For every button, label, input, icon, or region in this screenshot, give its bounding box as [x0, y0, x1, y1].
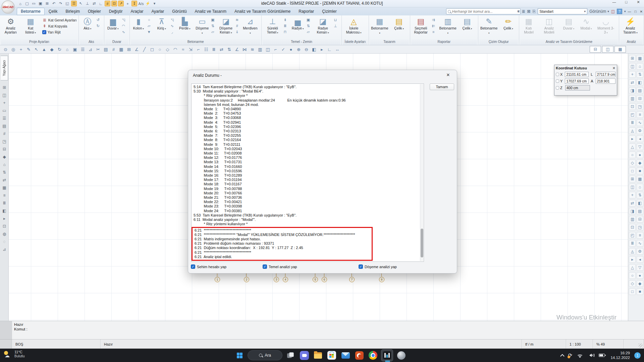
tool-icon[interactable]: ▤	[637, 87, 643, 94]
ribbon-button[interactable]: ▮ Kolon	[131, 16, 146, 38]
ribbon-small-button[interactable]: #	[234, 23, 240, 29]
tool-icon[interactable]: ■	[637, 168, 643, 174]
ribbon-small-button[interactable]: ▱	[146, 23, 152, 29]
list-icon[interactable]: ☰	[1, 115, 8, 121]
minus-icon[interactable]: ⊖	[303, 46, 310, 53]
rotate-icon[interactable]: ↻	[56, 46, 63, 53]
node-move-icon[interactable]: ▲	[41, 46, 48, 53]
tool-icon[interactable]: ⇅	[637, 192, 643, 198]
a-value-field[interactable]: 218.901	[596, 78, 615, 84]
tool-icon[interactable]: Ⅲ	[629, 240, 636, 247]
menu-tab[interactable]: Raporlar	[294, 8, 318, 15]
hatch-icon[interactable]: #	[110, 46, 117, 53]
pan-icon[interactable]: +	[17, 46, 24, 53]
menu-tab[interactable]: Çizimler	[318, 8, 340, 15]
tool-icon[interactable]: +	[629, 192, 636, 198]
close-icon[interactable]: ✕	[445, 72, 451, 77]
ribbon-button[interactable]: ▥ Betonarme	[438, 16, 458, 38]
tool-icon[interactable]: ◳	[637, 103, 643, 110]
tool-icon[interactable]: ⚙	[637, 248, 643, 255]
ribbon-button[interactable]: ⚙ Analiz Ayarları	[1, 16, 20, 38]
l-value-field[interactable]: 27117.9 cm	[596, 72, 615, 77]
tool-icon[interactable]: ⊞	[629, 55, 636, 62]
tool-icon[interactable]: ●	[637, 152, 643, 158]
tree-panel-tab[interactable]: Yapı Ağacı	[1, 56, 8, 80]
z-value-field[interactable]: 400 cm	[565, 85, 590, 90]
y-lock-checkbox[interactable]	[556, 79, 559, 83]
doc-icon[interactable]: ▤	[1, 123, 8, 129]
view-dropdown[interactable]: Görünüm ▾	[589, 9, 609, 14]
rect-icon[interactable]: ◻	[149, 46, 156, 53]
half-icon[interactable]: ◧	[311, 46, 318, 53]
move-icon[interactable]: ◆	[48, 46, 55, 53]
tool-icon[interactable]: ⊟	[637, 95, 643, 102]
ribbon-small-button[interactable]: ◞	[169, 29, 175, 35]
menu-tab[interactable]: Çelik	[45, 8, 62, 15]
stairs-icon[interactable]: ⊿	[1, 246, 8, 252]
swap-h-icon[interactable]: ⇄	[218, 46, 225, 53]
option-checkbox[interactable]: Sehim hesabı yap	[191, 264, 226, 269]
tool-icon[interactable]: △	[629, 264, 636, 271]
menu-tab[interactable]: Görüntü	[168, 8, 191, 15]
status-layer[interactable]: BOŞ	[12, 340, 101, 349]
tool-icon[interactable]: ⇅	[637, 71, 643, 78]
swap-v-icon[interactable]: ⇅	[1, 169, 8, 175]
teams-chat-icon[interactable]	[299, 350, 310, 361]
mdi-close-button[interactable]: ✕	[640, 10, 643, 13]
ribbon-button[interactable]: ▭ Döşeme	[195, 16, 210, 38]
taskbar-clock[interactable]: 16:29 14.12.2022	[610, 351, 630, 360]
door-icon[interactable]: ⎘	[533, 9, 536, 14]
ok-button[interactable]: Tamam	[430, 83, 454, 90]
tool-icon[interactable]: ■	[637, 288, 643, 295]
collapse-icon[interactable]: ⊟	[590, 46, 601, 53]
taskbar-weather[interactable]: ☁ 11°C Bulutlu	[3, 350, 25, 358]
menu-tab[interactable]: Betonarme	[17, 8, 45, 15]
swap-h-icon[interactable]: ⇄	[1, 177, 8, 183]
tool-icon[interactable]: ⊞	[629, 176, 636, 182]
command-search[interactable]: ▾	[446, 8, 521, 14]
ribbon-button[interactable]: ▙ Perde	[177, 16, 193, 38]
ribbon-small-button[interactable]: ○	[146, 17, 152, 23]
checkbox-icon[interactable]	[359, 264, 363, 269]
tool-icon[interactable]: ▤	[637, 208, 643, 215]
line-icon[interactable]: ╱	[141, 46, 148, 53]
table-icon[interactable]: ▦	[1, 185, 8, 191]
tool-icon[interactable]: ◧	[637, 79, 643, 86]
ribbon-button[interactable]: ∿ Modal	[579, 16, 594, 38]
ribbon-button[interactable]: ⊿ Merdiven	[242, 16, 258, 38]
ribbon-small-button[interactable]: ⊥	[333, 23, 338, 29]
ribbon-button[interactable]: ⊼ Kiriş	[154, 16, 169, 38]
tool-icon[interactable]: ⌂	[637, 63, 643, 70]
tool-icon[interactable]: ◰	[629, 232, 636, 239]
close-button[interactable]: ✕	[635, 0, 642, 4]
ribbon-small-button[interactable]: ⇓	[234, 29, 240, 35]
table-icon[interactable]: ⊞	[125, 46, 132, 53]
tool-icon[interactable]: ◂	[637, 256, 643, 263]
circle-icon[interactable]: ○	[156, 46, 163, 53]
circle-icon[interactable]: ◍	[1, 231, 8, 237]
tool-icon[interactable]: ◇	[629, 160, 636, 166]
tool-icon[interactable]: ◬	[629, 127, 636, 134]
ribbon-small-button[interactable]: ◹	[121, 17, 126, 23]
dot-box-icon[interactable]: ⊡	[1, 223, 8, 229]
grid-icon[interactable]: ⊞	[1, 84, 8, 90]
checkbox-icon[interactable]	[191, 264, 195, 269]
ribbon-button[interactable]: ▤ Duvar	[561, 16, 577, 38]
style-combo[interactable]: Standart ▾	[538, 8, 587, 14]
ortho-icon[interactable]: ∟	[326, 46, 333, 53]
diamond-icon[interactable]: ◆	[1, 154, 8, 160]
ribbon-small-button[interactable]: ≡	[431, 29, 436, 35]
triangle-icon[interactable]: ⊿	[87, 46, 94, 53]
ribbon-button[interactable]: ▤ Çelik	[460, 16, 475, 38]
mdi-minimize-button[interactable]: —	[628, 10, 631, 13]
ribbon-small-button[interactable]: ∿	[121, 29, 126, 35]
tool-icon[interactable]: ∿	[637, 119, 643, 126]
mail-icon[interactable]	[340, 350, 351, 361]
ribbon-button[interactable]: ▤ Çelik	[391, 16, 407, 38]
x-lock-checkbox[interactable]	[556, 73, 559, 76]
ribbon-small-button[interactable]: ⇇	[431, 23, 436, 29]
split-icon[interactable]: ◫	[264, 46, 271, 53]
menu-tab[interactable]: Objeler	[84, 8, 105, 15]
ribbon-small-button[interactable]: ∿	[169, 23, 175, 29]
join-icon[interactable]: ⋈	[241, 46, 248, 53]
